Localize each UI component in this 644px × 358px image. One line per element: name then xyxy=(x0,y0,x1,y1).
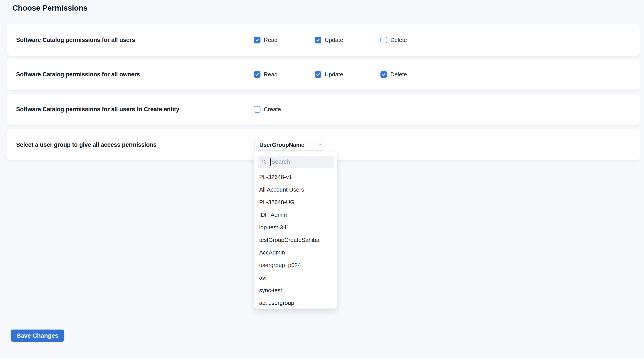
checkbox-delete[interactable]: Delete xyxy=(380,37,407,44)
dropdown-option[interactable]: idp-test-3-l1 xyxy=(254,221,337,234)
permission-card-all-users: Software Catalog permissions for all use… xyxy=(7,24,640,56)
checkbox-label: Create xyxy=(264,106,281,113)
dropdown-option[interactable]: testGroupCreateSahiba xyxy=(254,234,337,246)
dropdown-option[interactable]: IDP-Admin xyxy=(254,209,337,221)
checkbox-label: Update xyxy=(325,37,343,44)
dropdown-search-input[interactable] xyxy=(258,156,334,168)
checkbox-delete[interactable]: Delete xyxy=(380,71,407,78)
dropdown-options-list: PL-32648-v1 All Account Users PL-32648-U… xyxy=(254,171,337,308)
check-icon xyxy=(382,72,386,77)
dropdown-option[interactable]: PL-32648-v1 xyxy=(254,171,337,183)
checkbox-icon[interactable] xyxy=(254,106,260,113)
dropdown-option[interactable]: sync-test xyxy=(254,284,337,297)
checkbox-label: Delete xyxy=(390,37,407,44)
checkbox-update[interactable]: Update xyxy=(315,71,343,78)
dropdown-option[interactable]: PL-32648-UG xyxy=(254,196,337,209)
dropdown-selected-value: UserGroupName xyxy=(259,142,318,148)
check-icon xyxy=(255,38,259,42)
checkbox-icon[interactable] xyxy=(254,71,260,78)
checkbox-label: Read xyxy=(264,71,278,78)
permission-card-all-owners: Software Catalog permissions for all own… xyxy=(7,59,640,90)
permission-card-label: Select a user group to give all access p… xyxy=(16,142,156,148)
dropdown-option[interactable]: All Account Users xyxy=(254,183,337,196)
checkbox-read[interactable]: Read xyxy=(254,71,278,78)
check-icon xyxy=(316,72,320,77)
permission-card-label: Software Catalog permissions for all use… xyxy=(16,37,135,44)
save-changes-button[interactable]: Save Changes xyxy=(10,329,64,342)
dropdown-search-box[interactable] xyxy=(258,156,334,168)
checkbox-label: Update xyxy=(325,71,343,78)
permission-card-label: Software Catalog permissions for all own… xyxy=(16,71,140,78)
checkbox-icon[interactable] xyxy=(254,37,260,43)
dropdown-option[interactable]: usergroup_p024 xyxy=(254,259,337,271)
checkbox-icon[interactable] xyxy=(380,37,387,43)
user-group-dropdown-trigger[interactable]: UserGroupName xyxy=(254,139,325,151)
check-icon xyxy=(255,72,259,77)
user-group-dropdown-panel: PL-32648-v1 All Account Users PL-32648-U… xyxy=(254,152,337,308)
dropdown-option[interactable]: AccAdmin xyxy=(254,246,337,259)
text-cursor xyxy=(270,158,271,166)
permission-card-label: Software Catalog permissions for all use… xyxy=(16,106,179,113)
dropdown-option[interactable]: act usergroup xyxy=(254,297,337,308)
checkbox-label: Delete xyxy=(390,71,407,78)
check-icon xyxy=(316,38,320,42)
checkbox-create[interactable]: Create xyxy=(254,106,281,113)
checkbox-icon[interactable] xyxy=(380,71,387,78)
page-title: Choose Permissions xyxy=(12,4,88,12)
checkbox-update[interactable]: Update xyxy=(315,37,343,44)
checkbox-read[interactable]: Read xyxy=(254,37,278,44)
checkbox-icon[interactable] xyxy=(315,71,321,78)
dropdown-option[interactable]: avi xyxy=(254,271,337,284)
chevron-down-icon xyxy=(318,143,322,147)
permission-card-create-entity: Software Catalog permissions for all use… xyxy=(7,94,640,125)
checkbox-icon[interactable] xyxy=(315,37,321,43)
checkbox-label: Read xyxy=(264,37,278,44)
